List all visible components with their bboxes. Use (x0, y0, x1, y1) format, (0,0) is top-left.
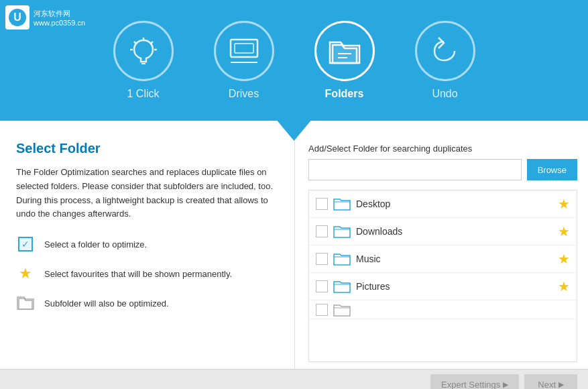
svg-line-5 (134, 42, 136, 44)
legend-folder-icon (16, 294, 35, 313)
right-panel: Add/Select Folder for searching duplicat… (295, 134, 588, 369)
browse-button[interactable]: Browse (527, 159, 577, 180)
legend-star-text: Select favourites that will be shown per… (44, 269, 232, 279)
folder-name-pictures: Pictures (356, 281, 552, 292)
folder-checkbox-desktop[interactable] (316, 198, 328, 210)
folder-star-desktop[interactable]: ★ (558, 196, 570, 212)
watermark-logo: U (5, 5, 30, 30)
expert-settings-button[interactable]: Expert Settings ▶ (430, 374, 519, 390)
legend-folder-item: Subfolder will also be optimized. (16, 294, 281, 313)
nav-label-undo: Undo (432, 88, 457, 100)
folder-icon-desktop (333, 197, 351, 211)
legend-checkbox-item: Select a folder to optimize. (16, 235, 281, 254)
folder-name-desktop: Desktop (356, 199, 552, 209)
folder-row-partial (309, 300, 577, 319)
legend-star-item: ★ Select favourites that will be shown p… (16, 264, 281, 283)
legend-checkbox-text: Select a folder to optimize. (44, 239, 147, 249)
drives-icon-circle (214, 21, 274, 81)
main-content: Select Folder The Folder Optimization se… (0, 121, 588, 369)
nav-item-undo[interactable]: Undo (415, 21, 475, 100)
folder-checkbox-downloads[interactable] (316, 225, 328, 237)
undo-icon-circle (415, 21, 475, 81)
folder-checkbox-partial[interactable] (316, 304, 328, 316)
folder-star-downloads[interactable]: ★ (558, 223, 570, 239)
nav-label-folders: Folders (325, 88, 364, 100)
footer: Expert Settings ▶ Next ▶ (0, 369, 588, 389)
nav-items: 1 Click Drives (0, 21, 588, 100)
folder-row-music: Music ★ (309, 245, 577, 273)
chevron-right-icon-next: ▶ (558, 380, 564, 389)
folder-star-pictures[interactable]: ★ (558, 278, 570, 294)
legend-folder-text: Subfolder will also be optimized. (44, 298, 169, 309)
folder-checkbox-pictures[interactable] (316, 280, 328, 292)
watermark-text: 河东软件网 www.pc0359.cn (34, 9, 85, 27)
nav-item-folders[interactable]: Folders (314, 21, 375, 100)
svg-rect-12 (235, 44, 253, 53)
one-click-icon-circle (113, 21, 174, 81)
folder-path-input[interactable] (308, 159, 522, 180)
header: U 河东软件网 www.pc0359.cn 1 (0, 0, 588, 121)
folders-icon-circle (314, 21, 375, 81)
folder-row-downloads: Downloads ★ (309, 218, 577, 245)
folder-icon-partial (333, 302, 351, 317)
right-panel-title: Add/Select Folder for searching duplicat… (308, 144, 577, 154)
nav-item-drives[interactable]: Drives (214, 21, 274, 100)
folder-checkbox-music[interactable] (316, 253, 328, 265)
nav-label-one-click: 1 Click (127, 88, 159, 100)
next-button[interactable]: Next ▶ (524, 374, 577, 390)
left-panel: Select Folder The Folder Optimization se… (0, 134, 295, 369)
legend-checkbox-icon (16, 235, 35, 254)
folder-name-downloads: Downloads (356, 226, 552, 237)
check-box-demo (18, 237, 33, 252)
svg-line-3 (151, 42, 153, 44)
legend-star-icon: ★ (16, 264, 35, 283)
watermark: U 河东软件网 www.pc0359.cn (5, 5, 85, 30)
search-row: Browse (308, 159, 577, 180)
folder-row-pictures: Pictures ★ (309, 273, 577, 300)
folder-icon-music (333, 252, 351, 266)
folder-list: Desktop ★ Downloads ★ Music (308, 190, 577, 362)
svg-text:U: U (13, 11, 21, 23)
nav-item-one-click[interactable]: 1 Click (113, 21, 174, 100)
folder-name-music: Music (356, 254, 552, 264)
folder-icon-downloads (333, 224, 351, 239)
folder-icon-pictures (333, 279, 351, 294)
panel-description: The Folder Optimization searches and rep… (16, 166, 281, 221)
chevron-right-icon-expert: ▶ (503, 380, 508, 389)
folder-row-desktop: Desktop ★ (309, 190, 577, 218)
nav-label-drives: Drives (229, 88, 259, 100)
panel-title: Select Folder (16, 141, 281, 156)
folder-star-music[interactable]: ★ (558, 251, 570, 267)
